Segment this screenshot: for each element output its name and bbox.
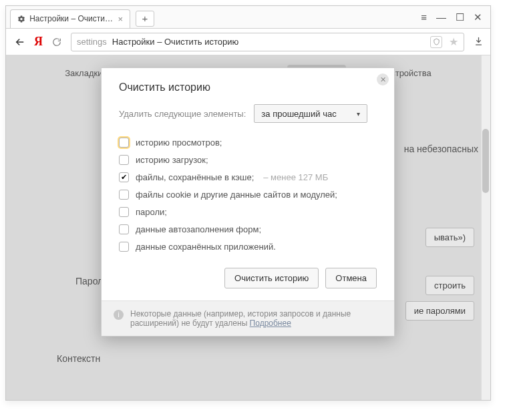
clear-option-row: пароли; [119,207,377,217]
dialog-footer: i Некоторые данные (например, история за… [102,300,394,336]
reload-button[interactable] [49,35,64,49]
browser-window: Настройки – Очистить и × + ≡ — ☐ ✕ Я set… [5,5,491,401]
active-tab[interactable]: Настройки – Очистить и × [10,9,130,28]
omnibox-prefix: settings [77,37,107,47]
bookmark-star-icon[interactable]: ★ [449,35,458,48]
clear-option-label: пароли; [136,207,167,217]
menu-icon[interactable]: ≡ [421,11,427,23]
clear-option-extra: – менее 127 МБ [263,172,328,182]
checkbox[interactable] [119,155,129,165]
clear-option-row: данные автозаполнения форм; [119,224,377,234]
gear-icon [17,15,25,23]
scrollbar-track[interactable] [481,55,490,400]
clear-option-row: историю загрузок; [119,155,377,165]
protect-icon[interactable] [430,36,442,48]
tab-title: Настройки – Очистить и [29,14,114,23]
clear-option-label: историю загрузок; [136,155,208,165]
time-range-value: за прошедший час [261,109,336,119]
info-icon: i [114,310,124,320]
downloads-icon[interactable] [474,36,484,48]
close-window-icon[interactable]: ✕ [474,11,482,23]
checkbox[interactable] [119,138,129,148]
cancel-button[interactable]: Отмена [325,268,377,288]
clear-option-row: файлы cookie и другие данные сайтов и мо… [119,190,377,200]
bg-text-unsafe: на небезопасных [404,144,478,154]
clear-history-button[interactable]: Очистить историю [224,268,319,288]
checkbox[interactable] [119,207,129,217]
checkbox[interactable] [119,190,129,200]
back-button[interactable] [13,35,27,49]
bg-button-show[interactable]: ывать») [425,228,474,247]
clear-option-label: данные автозаполнения форм; [136,224,261,234]
tab-strip: Настройки – Очистить и × + ≡ — ☐ ✕ [6,6,490,29]
section-heading-context: Контекстн [57,353,100,364]
footer-text: Некоторые данные (например, история запр… [130,309,351,328]
clear-option-row: данные сохранённых приложений. [119,242,377,252]
chevron-down-icon: ▾ [357,110,360,118]
time-range-select[interactable]: за прошедший час ▾ [254,104,367,123]
dialog-title: Очистить историю [119,81,377,93]
checkbox[interactable]: ✔ [119,172,129,182]
time-range-label: Удалить следующие элементы: [119,109,246,119]
maximize-icon[interactable]: ☐ [456,11,464,23]
tab-close-icon[interactable]: × [118,14,123,24]
checkbox[interactable] [119,224,129,234]
footer-learn-more-link[interactable]: Подробнее [250,319,291,328]
clear-option-label: файлы cookie и другие данные сайтов и мо… [136,190,337,200]
clear-history-dialog: ✕ Очистить историю Удалить следующие эле… [101,67,395,337]
yandex-logo[interactable]: Я [34,35,43,49]
clear-option-label: историю просмотров; [136,138,222,148]
bg-button-setup[interactable]: строить [425,276,474,295]
checkbox[interactable] [119,242,129,252]
clear-option-label: данные сохранённых приложений. [136,242,276,252]
window-controls: ≡ — ☐ ✕ [421,11,486,23]
address-bar-row: Я settings Настройки – Очистить историю … [6,29,490,55]
bg-button-manage-passwords[interactable]: ие паролями [405,301,474,321]
clear-option-row: историю просмотров; [119,138,377,148]
dialog-close-button[interactable]: ✕ [377,73,389,85]
scrollbar-thumb[interactable] [482,129,489,193]
minimize-icon[interactable]: — [436,11,446,23]
omnibox[interactable]: settings Настройки – Очистить историю ★ [71,33,464,51]
clear-options-list: историю просмотров;историю загрузок;✔фай… [119,138,377,252]
clear-option-row: ✔файлы, сохранённые в кэше;– менее 127 М… [119,172,377,182]
omnibox-text: Настройки – Очистить историю [112,37,238,47]
clear-option-label: файлы, сохранённые в кэше; [136,172,254,182]
new-tab-button[interactable]: + [136,11,154,27]
